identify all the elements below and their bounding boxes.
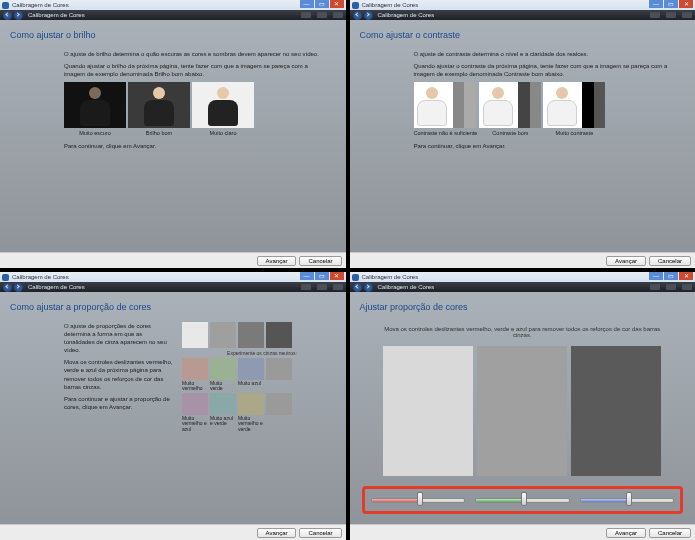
toolbar: Calibragem de Cores	[350, 10, 696, 20]
back-button[interactable]	[3, 11, 12, 20]
cast-swatches: Muito vermelho Muito verde Muito azul Mu…	[182, 358, 342, 426]
toolbar-menu-item[interactable]	[650, 12, 660, 18]
window-title: Calibragem de Cores	[362, 274, 419, 280]
toolbar-menu-item[interactable]	[333, 284, 343, 290]
slider-handle[interactable]	[417, 492, 423, 506]
minimize-button[interactable]: —	[300, 0, 314, 8]
swatch-neutral	[266, 358, 292, 380]
toolbar-title: Calibragem de Cores	[28, 284, 85, 290]
titlebar: Calibragem de Cores — ▭ ✕	[0, 272, 346, 282]
maximize-button[interactable]: ▭	[664, 272, 678, 280]
instruction-text: O ajuste de contraste determina o nível …	[414, 50, 674, 58]
toolbar: Calibragem de Cores	[0, 10, 346, 20]
forward-button[interactable]	[14, 283, 23, 292]
toolbar-title: Calibragem de Cores	[378, 284, 435, 290]
minimize-button[interactable]: —	[300, 272, 314, 280]
toolbar-menu-item[interactable]	[317, 12, 327, 18]
green-slider[interactable]	[475, 494, 570, 506]
instruction-text: O ajuste de proporções de cores determin…	[64, 322, 174, 354]
instruction-text: Quando ajustar o contraste da próxima pá…	[414, 62, 674, 78]
swatch-neutral	[266, 393, 292, 415]
gray-bar-dark	[571, 346, 661, 476]
cancel-button[interactable]: Cancelar	[299, 528, 341, 538]
caption: Muito verde	[210, 381, 236, 391]
screenshot-grid: Calibragem de Cores — ▭ ✕ Calibragem de …	[0, 0, 695, 540]
next-button[interactable]: Avançar	[606, 256, 646, 266]
caption: Muito azul e verde	[210, 416, 236, 426]
contrast-examples: Contraste não é suficiente Contraste bom…	[414, 82, 674, 136]
titlebar: Calibragem de Cores — ▭ ✕	[350, 0, 696, 10]
maximize-button[interactable]: ▭	[315, 0, 329, 8]
swatch	[210, 322, 236, 348]
back-button[interactable]	[353, 283, 362, 292]
toolbar-menu-item[interactable]	[682, 284, 692, 290]
slider-handle[interactable]	[626, 492, 632, 506]
instruction-text: Para continuar, clique em Avançar.	[64, 142, 324, 150]
close-button[interactable]: ✕	[679, 0, 693, 8]
instruction-text: Mova os controles deslizantes vermelho, …	[378, 326, 668, 338]
page-title: Como ajustar a proporção de cores	[0, 292, 346, 318]
cancel-button[interactable]: Cancelar	[299, 256, 341, 266]
neutral-gray-row	[182, 322, 342, 348]
caption: Contraste bom	[479, 130, 541, 136]
toolbar-menu-item[interactable]	[317, 284, 327, 290]
toolbar-menu-item[interactable]	[333, 12, 343, 18]
gray-bar-light	[383, 346, 473, 476]
forward-button[interactable]	[364, 283, 373, 292]
back-button[interactable]	[3, 283, 12, 292]
maximize-button[interactable]: ▭	[315, 272, 329, 280]
window-color-balance-intro: Calibragem de Cores — ▭ ✕ Calibragem de …	[0, 272, 346, 540]
maximize-button[interactable]: ▭	[664, 0, 678, 8]
toolbar-menu-item[interactable]	[666, 284, 676, 290]
instruction-text: Para continuar, clique em Avançar.	[414, 142, 674, 150]
toolbar-menu-item[interactable]	[650, 284, 660, 290]
slider-handle[interactable]	[521, 492, 527, 506]
titlebar: Calibragem de Cores — ▭ ✕	[0, 0, 346, 10]
back-button[interactable]	[353, 11, 362, 20]
toolbar-title: Calibragem de Cores	[378, 12, 435, 18]
minimize-button[interactable]: —	[649, 0, 663, 8]
forward-button[interactable]	[364, 11, 373, 20]
toolbar: Calibragem de Cores	[0, 282, 346, 292]
example-too-dark	[64, 82, 126, 128]
next-button[interactable]: Avançar	[606, 528, 646, 538]
minimize-button[interactable]: —	[649, 272, 663, 280]
caption: Muito azul	[238, 381, 264, 391]
blue-slider[interactable]	[580, 494, 675, 506]
swatch	[182, 322, 208, 348]
instruction-text: Para continuar e ajustar a proporção de …	[64, 395, 174, 411]
toolbar-title: Calibragem de Cores	[28, 12, 85, 18]
titlebar: Calibragem de Cores — ▭ ✕	[350, 272, 696, 282]
caption: Muito vermelho e azul	[182, 416, 208, 426]
toolbar: Calibragem de Cores	[350, 282, 696, 292]
instruction-text: O ajuste de brilho determina o quão escu…	[64, 50, 324, 58]
cancel-button[interactable]: Cancelar	[649, 256, 691, 266]
caption: Muito escuro	[64, 130, 126, 136]
toolbar-menu-item[interactable]	[682, 12, 692, 18]
example-good-contrast	[479, 82, 541, 128]
instruction-text: Mova os controles deslizantes vermelho, …	[64, 358, 174, 390]
toolbar-menu-item[interactable]	[666, 12, 676, 18]
window-color-balance-adjust: Calibragem de Cores — ▭ ✕ Calibragem de …	[350, 272, 696, 540]
close-button[interactable]: ✕	[679, 272, 693, 280]
swatch	[238, 322, 264, 348]
example-good-brightness	[128, 82, 190, 128]
app-icon	[2, 2, 9, 9]
slider-highlight-box	[362, 486, 684, 514]
caption	[266, 381, 292, 391]
caption: Brilho bom	[128, 130, 190, 136]
cancel-button[interactable]: Cancelar	[649, 528, 691, 538]
close-button[interactable]: ✕	[330, 0, 344, 8]
toolbar-menu-item[interactable]	[301, 12, 311, 18]
toolbar-menu-item[interactable]	[301, 284, 311, 290]
forward-button[interactable]	[14, 11, 23, 20]
window-brightness: Calibragem de Cores — ▭ ✕ Calibragem de …	[0, 0, 346, 268]
next-button[interactable]: Avançar	[257, 256, 297, 266]
swatch-blue-green	[210, 393, 236, 415]
next-button[interactable]: Avançar	[257, 528, 297, 538]
red-slider[interactable]	[371, 494, 466, 506]
page-title: Ajustar proporção de cores	[350, 292, 696, 318]
caption: Muito vermelho e verde	[238, 416, 264, 426]
close-button[interactable]: ✕	[330, 272, 344, 280]
swatch-too-red	[182, 358, 208, 380]
